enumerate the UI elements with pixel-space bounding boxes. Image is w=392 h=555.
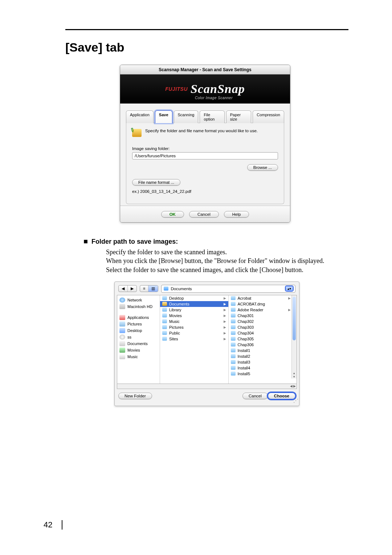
help-button[interactable]: Help: [224, 211, 249, 218]
sidebar-item-music[interactable]: Music: [117, 353, 160, 360]
folder-icon: [162, 308, 167, 312]
folder-icon: [162, 337, 167, 341]
list-item[interactable]: Pictures▶: [160, 324, 228, 330]
list-item[interactable]: Chap303: [229, 324, 297, 330]
list-item[interactable]: Install2: [229, 353, 297, 359]
desktop-icon: [119, 328, 125, 333]
chevron-right-icon: ▶: [224, 320, 226, 323]
folder-icon: [132, 129, 142, 137]
sidebar-item-macintosh-hd[interactable]: Macintosh HD: [117, 303, 160, 310]
list-item[interactable]: Movies▶: [160, 313, 228, 319]
browse-button[interactable]: Browse ...: [247, 164, 278, 171]
dialog-footer: OK Cancel Help: [120, 206, 290, 222]
list-item[interactable]: Music▶: [160, 319, 228, 324]
folder-label: Image saving folder:: [132, 146, 278, 151]
horizontal-rule: [65, 29, 348, 30]
column-1: Desktop▶Documents▶Library▶Movies▶Music▶P…: [160, 295, 229, 384]
list-item[interactable]: Chap305: [229, 336, 297, 342]
folder-icon: [162, 319, 167, 323]
list-item[interactable]: Chap306: [229, 342, 297, 348]
view-mode-segment[interactable]: ≡ ▥: [140, 285, 158, 292]
chevron-right-icon: ▶: [224, 314, 226, 317]
list-item[interactable]: Chap301: [229, 313, 297, 319]
sidebar-item-network[interactable]: Network: [117, 297, 160, 303]
file-icon: [231, 331, 236, 335]
paragraph: Specify the folder to save the scanned i…: [106, 248, 348, 256]
file-icon: [231, 337, 236, 341]
list-view-icon[interactable]: ≡: [140, 285, 148, 292]
file-icon: [231, 325, 236, 329]
folder-path-field[interactable]: /Users/furuse/Pictures: [132, 152, 278, 159]
list-item[interactable]: Install4: [229, 365, 297, 371]
folder-icon: [162, 325, 167, 329]
tab-paper-size[interactable]: Paper size: [226, 110, 251, 123]
scrollbar-vertical[interactable]: ▴▾: [291, 295, 297, 378]
sidebar-item-movies[interactable]: Movies: [117, 347, 160, 353]
path-dropdown[interactable]: Documents ▴▾: [161, 285, 295, 293]
list-item[interactable]: ACROBAT.dmg: [229, 301, 297, 307]
description-block: Folder path to save images: Specify the …: [83, 237, 348, 274]
chevron-right-icon: ▶: [224, 296, 226, 300]
forward-icon[interactable]: ▶: [128, 285, 136, 292]
brand-banner: FUJITSU ScanSnap Color Image Scanner: [120, 74, 290, 104]
back-icon[interactable]: ◀: [119, 285, 128, 292]
column-view-icon[interactable]: ▥: [148, 285, 158, 292]
column-view: Network Macintosh HD Applications Pictur…: [117, 295, 297, 384]
drive-icon: [119, 335, 125, 340]
list-item[interactable]: Sites▶: [160, 336, 228, 342]
ok-button[interactable]: OK: [161, 211, 184, 218]
cancel-button[interactable]: Cancel: [189, 211, 219, 218]
list-item[interactable]: Install1: [229, 348, 297, 353]
sidebar-item-applications[interactable]: Applications: [117, 314, 160, 321]
chevron-right-icon: ▶: [288, 296, 291, 300]
disk-icon: [119, 304, 125, 309]
browse-cancel-button[interactable]: Cancel: [242, 393, 268, 399]
folder-icon: [162, 302, 167, 306]
list-item[interactable]: Install5: [229, 371, 297, 377]
sidebar-item-documents[interactable]: Documents: [117, 340, 160, 347]
choose-button[interactable]: Choose: [268, 393, 295, 399]
tabs-area: Application Save Scanning File option Pa…: [120, 104, 290, 206]
tab-application[interactable]: Application: [126, 110, 154, 123]
scroll-arrows[interactable]: ▴▾: [292, 371, 297, 378]
sidebar-item-ss[interactable]: ss: [117, 334, 160, 340]
filename-example: ex.) 2006_03_13_14_24_22.pdf: [132, 189, 278, 194]
dropdown-arrow-icon[interactable]: ▴▾: [286, 286, 293, 291]
list-item[interactable]: Adobe Reader▶: [229, 307, 297, 313]
sidebar-item-desktop[interactable]: Desktop: [117, 327, 160, 334]
chevron-right-icon: ▶: [288, 308, 291, 312]
section-heading: [Save] tab: [65, 40, 348, 54]
sidebar-item-pictures[interactable]: Pictures: [117, 321, 160, 327]
list-item[interactable]: Library▶: [160, 307, 228, 313]
tab-file-option[interactable]: File option: [200, 110, 224, 123]
brand-subtitle: Color Image Scanner: [195, 96, 233, 100]
tab-compression[interactable]: Compression: [253, 110, 284, 123]
chevron-right-icon: ▶: [224, 337, 226, 341]
file-icon: [231, 296, 236, 300]
browse-dialog-wrap: ◀ ▶ ≡ ▥ Documents ▴▾ Network Macintosh: [114, 281, 299, 406]
paragraph: When you click the [Browse] button, the …: [106, 256, 348, 265]
list-item[interactable]: Public▶: [160, 330, 228, 336]
tab-scanning[interactable]: Scanning: [174, 110, 199, 123]
nav-back-forward[interactable]: ◀ ▶: [118, 285, 137, 292]
resize-grip-icon[interactable]: ⋰: [115, 399, 299, 402]
list-item[interactable]: Acrobat▶: [229, 295, 297, 301]
list-item[interactable]: Chap304: [229, 330, 297, 336]
network-icon: [119, 297, 125, 303]
documents-icon: [119, 341, 125, 346]
list-item[interactable]: Desktop▶: [160, 295, 228, 301]
browse-footer: New Folder Cancel Choose: [115, 389, 299, 399]
scrollbar-horizontal[interactable]: ◀▶: [117, 384, 297, 389]
file-icon: [231, 308, 236, 312]
file-name-format-button[interactable]: File name format ...: [132, 179, 180, 186]
file-icon: [231, 348, 236, 352]
new-folder-button[interactable]: New Folder: [118, 393, 152, 399]
list-item[interactable]: Install3: [229, 359, 297, 365]
list-item[interactable]: Chap302: [229, 319, 297, 324]
file-icon: [231, 354, 236, 358]
file-icon: [231, 313, 236, 317]
list-item[interactable]: Documents▶: [160, 301, 228, 307]
tab-save[interactable]: Save: [155, 110, 172, 123]
scroll-thumb[interactable]: [293, 297, 296, 340]
settings-dialog-wrap: Scansnap Manager - Scan and Save Setting…: [120, 65, 294, 223]
